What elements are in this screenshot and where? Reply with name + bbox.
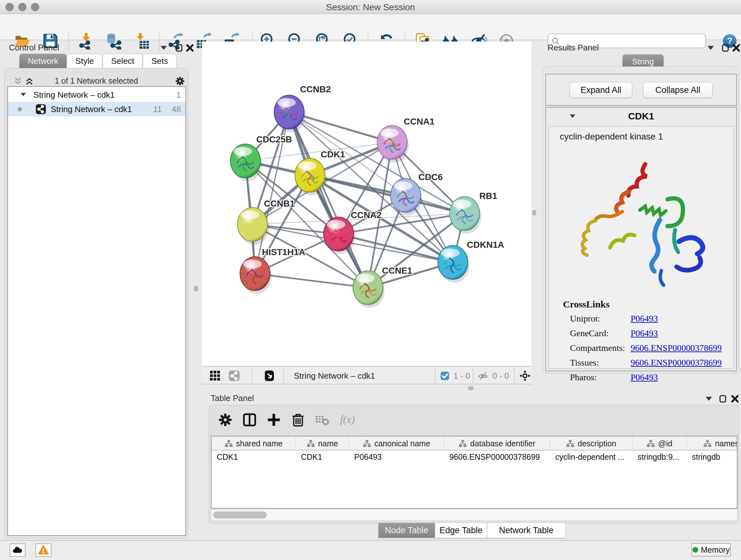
node-label: CCNE1 <box>382 266 412 275</box>
crosslink-link[interactable]: P06493 <box>630 314 658 323</box>
network-node-CDC6[interactable]: CDC6 <box>391 172 443 215</box>
tab-sets[interactable]: Sets <box>143 54 177 68</box>
selected-counts: 1 - 0 <box>454 371 470 381</box>
network-options-gear-icon[interactable] <box>175 76 185 86</box>
selected-checkbox[interactable] <box>440 371 450 381</box>
column-header-at-id[interactable]: @id <box>632 436 687 450</box>
network-edge-count: 48 <box>172 105 181 114</box>
tab-edge-table[interactable]: Edge Table <box>435 523 487 538</box>
network-node-CDKN1A[interactable]: CDKN1A <box>438 240 504 283</box>
node-label: CDC25B <box>256 134 292 144</box>
network-node-CCNB1[interactable]: CCNB1 <box>238 199 294 245</box>
birdseye-icon[interactable] <box>519 370 531 381</box>
add-column-icon[interactable] <box>266 412 282 428</box>
warning-icon <box>36 545 51 556</box>
table-cell[interactable]: CDK1 <box>296 450 349 464</box>
panel-menu-icon[interactable] <box>704 394 714 403</box>
open-in-new-icon[interactable] <box>264 370 275 381</box>
column-type-icon <box>225 439 233 448</box>
columns-icon[interactable] <box>242 412 258 428</box>
crosslink-link[interactable]: 9606.ENSP00000378699 <box>630 358 722 368</box>
network-selection-row: 1 of 1 Network selected <box>5 75 188 87</box>
panel-float-icon[interactable] <box>174 43 184 53</box>
control-panel: Control Panel NetworkStyleSelectSets 1 o… <box>3 42 189 539</box>
panel-menu-icon[interactable] <box>159 43 169 53</box>
table-row[interactable]: CDK1CDK1P064939606.ENSP00000378699cyclin… <box>212 450 738 464</box>
gear-icon[interactable] <box>217 412 233 428</box>
table-horizontal-scrollbar[interactable] <box>211 510 738 521</box>
right-splitter-handle[interactable] <box>532 210 536 215</box>
crosslink-label: Compartments: <box>570 343 630 353</box>
column-type-icon <box>459 439 467 448</box>
table-cell[interactable]: stringdb:9... <box>632 450 687 464</box>
tab-network-table[interactable]: Network Table <box>487 523 565 538</box>
gene-entry-box: CDK1 cyclin-dependent kinase 1 <box>545 107 737 371</box>
status-bar: Memory <box>0 540 741 560</box>
column-header-shared-name[interactable]: shared name <box>212 436 296 450</box>
grid-view-icon[interactable] <box>209 370 221 381</box>
share-view-icon[interactable] <box>228 370 240 381</box>
string-network-badge-icon <box>36 104 46 115</box>
memory-status-dot <box>692 547 698 553</box>
netbar-separator <box>283 368 284 383</box>
panel-close-icon[interactable] <box>731 43 741 53</box>
network-node-RB1[interactable]: RB1 <box>450 191 497 234</box>
delete-column-icon[interactable] <box>290 412 306 428</box>
netbar-separator <box>514 368 515 383</box>
crosslink-link[interactable]: P06493 <box>630 372 658 382</box>
gene-header-row[interactable]: CDK1 <box>546 108 736 125</box>
column-header-canonical-name[interactable]: canonical name <box>349 436 444 450</box>
scrollbar-thumb[interactable] <box>213 511 267 518</box>
table-cell[interactable]: cyclin-dependent ... <box>550 450 632 464</box>
panel-menu-icon[interactable] <box>706 43 716 53</box>
crosslink-label: Uniprot: <box>570 314 630 324</box>
network-node-count: 11 <box>153 105 162 114</box>
network-node-CCNE1[interactable]: CCNE1 <box>353 266 412 308</box>
results-panel-title: Results Panel <box>548 43 599 53</box>
network-row[interactable]: String Network – cdk1 11 48 <box>8 102 185 116</box>
collapse-all-button[interactable]: Collapse All <box>643 82 713 98</box>
column-header-namespace[interactable]: namespace <box>687 436 738 450</box>
left-splitter-handle[interactable] <box>194 286 198 292</box>
column-type-icon <box>566 439 575 448</box>
crosslink-link[interactable]: 9606.ENSP00000378699 <box>630 343 722 353</box>
warnings-button[interactable] <box>36 543 51 557</box>
tree-expand-icon[interactable] <box>19 91 27 98</box>
memory-button[interactable]: Memory <box>691 543 731 557</box>
network-node-CCNA1[interactable]: CCNA1 <box>377 117 434 163</box>
tab-network[interactable]: Network <box>19 54 67 68</box>
memory-label: Memory <box>701 545 730 555</box>
cloud-button[interactable] <box>10 543 25 557</box>
table-panel: Table Panel f(x) shared namenamecanonica… <box>207 393 741 539</box>
network-collection-row[interactable]: String Network – cdk1 1 <box>8 87 185 102</box>
column-header-database-identifier[interactable]: database identifier <box>444 436 550 450</box>
function-builder-icon: f(x) <box>339 412 364 428</box>
column-header-name[interactable]: name <box>296 436 349 450</box>
tab-node-table[interactable]: Node Table <box>378 523 435 538</box>
column-header-description[interactable]: description <box>550 436 632 450</box>
table-cell[interactable]: P06493 <box>349 450 444 464</box>
protein-structure-image <box>565 155 718 296</box>
panel-close-icon[interactable] <box>185 43 195 53</box>
table-cell[interactable]: 9606.ENSP00000378699 <box>444 450 550 464</box>
crosslink-row: Compartments:9606.ENSP00000378699 <box>570 343 730 358</box>
network-node-HIST1H1A[interactable]: HIST1H1A <box>240 247 305 294</box>
crosslink-row: Pharos:P06493 <box>570 372 730 387</box>
horizontal-splitter-handle[interactable] <box>468 386 474 390</box>
crosslink-link[interactable]: P06493 <box>630 328 658 338</box>
node-label: CDKN1A <box>467 240 504 250</box>
network-tree: String Network – cdk1 1 String Network –… <box>7 86 186 536</box>
panel-float-icon[interactable] <box>718 394 728 403</box>
table-cell[interactable]: CDK1 <box>212 450 296 464</box>
tab-select[interactable]: Select <box>103 54 143 68</box>
table-tabs: Node TableEdge TableNetwork Table <box>0 523 741 538</box>
gene-details: cyclin-dependent kinase 1 <box>549 126 734 369</box>
panel-close-icon[interactable] <box>730 394 740 403</box>
tab-style[interactable]: Style <box>67 54 103 68</box>
network-node-CCNB2[interactable]: CCNB2 <box>274 84 331 132</box>
network-canvas[interactable]: CCNB2CCNA1CDC25BCDK1CDC6RB1CCNB1CCNA2CDK… <box>202 42 531 366</box>
expand-all-button[interactable]: Expand All <box>569 82 632 98</box>
node-label: CCNA2 <box>351 210 381 220</box>
table-cell[interactable]: stringdb <box>687 450 738 464</box>
panel-float-icon[interactable] <box>721 43 730 53</box>
